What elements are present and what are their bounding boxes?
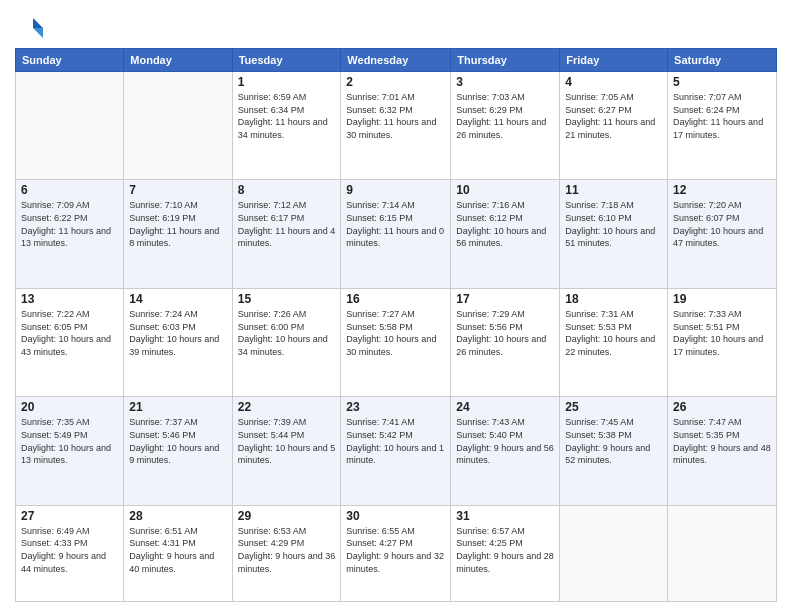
day-info: Sunrise: 7:10 AM Sunset: 6:19 PM Dayligh… bbox=[129, 199, 226, 249]
day-number: 16 bbox=[346, 292, 445, 306]
day-info: Sunrise: 7:39 AM Sunset: 5:44 PM Dayligh… bbox=[238, 416, 336, 466]
calendar-cell: 29Sunrise: 6:53 AM Sunset: 4:29 PM Dayli… bbox=[232, 505, 341, 601]
day-number: 9 bbox=[346, 183, 445, 197]
weekday-header-tuesday: Tuesday bbox=[232, 49, 341, 72]
calendar-cell: 30Sunrise: 6:55 AM Sunset: 4:27 PM Dayli… bbox=[341, 505, 451, 601]
calendar-week-1: 1Sunrise: 6:59 AM Sunset: 6:34 PM Daylig… bbox=[16, 72, 777, 180]
page: SundayMondayTuesdayWednesdayThursdayFrid… bbox=[0, 0, 792, 612]
day-number: 24 bbox=[456, 400, 554, 414]
day-info: Sunrise: 7:09 AM Sunset: 6:22 PM Dayligh… bbox=[21, 199, 118, 249]
weekday-header-wednesday: Wednesday bbox=[341, 49, 451, 72]
calendar-cell: 5Sunrise: 7:07 AM Sunset: 6:24 PM Daylig… bbox=[668, 72, 777, 180]
calendar-cell: 3Sunrise: 7:03 AM Sunset: 6:29 PM Daylig… bbox=[451, 72, 560, 180]
day-info: Sunrise: 6:51 AM Sunset: 4:31 PM Dayligh… bbox=[129, 525, 226, 575]
day-number: 7 bbox=[129, 183, 226, 197]
calendar-cell: 8Sunrise: 7:12 AM Sunset: 6:17 PM Daylig… bbox=[232, 180, 341, 288]
calendar-cell bbox=[668, 505, 777, 601]
day-number: 8 bbox=[238, 183, 336, 197]
calendar-week-3: 13Sunrise: 7:22 AM Sunset: 6:05 PM Dayli… bbox=[16, 288, 777, 396]
day-number: 11 bbox=[565, 183, 662, 197]
calendar-cell: 26Sunrise: 7:47 AM Sunset: 5:35 PM Dayli… bbox=[668, 397, 777, 505]
day-info: Sunrise: 7:14 AM Sunset: 6:15 PM Dayligh… bbox=[346, 199, 445, 249]
day-info: Sunrise: 7:07 AM Sunset: 6:24 PM Dayligh… bbox=[673, 91, 771, 141]
day-number: 14 bbox=[129, 292, 226, 306]
day-info: Sunrise: 6:57 AM Sunset: 4:25 PM Dayligh… bbox=[456, 525, 554, 575]
calendar-cell: 15Sunrise: 7:26 AM Sunset: 6:00 PM Dayli… bbox=[232, 288, 341, 396]
calendar-cell: 22Sunrise: 7:39 AM Sunset: 5:44 PM Dayli… bbox=[232, 397, 341, 505]
day-info: Sunrise: 7:27 AM Sunset: 5:58 PM Dayligh… bbox=[346, 308, 445, 358]
day-number: 2 bbox=[346, 75, 445, 89]
calendar: SundayMondayTuesdayWednesdayThursdayFrid… bbox=[15, 48, 777, 602]
day-info: Sunrise: 7:29 AM Sunset: 5:56 PM Dayligh… bbox=[456, 308, 554, 358]
day-number: 28 bbox=[129, 509, 226, 523]
calendar-cell: 18Sunrise: 7:31 AM Sunset: 5:53 PM Dayli… bbox=[560, 288, 668, 396]
calendar-cell: 25Sunrise: 7:45 AM Sunset: 5:38 PM Dayli… bbox=[560, 397, 668, 505]
weekday-header-monday: Monday bbox=[124, 49, 232, 72]
svg-marker-0 bbox=[33, 18, 43, 28]
day-number: 29 bbox=[238, 509, 336, 523]
day-number: 6 bbox=[21, 183, 118, 197]
calendar-cell: 11Sunrise: 7:18 AM Sunset: 6:10 PM Dayli… bbox=[560, 180, 668, 288]
day-number: 31 bbox=[456, 509, 554, 523]
day-number: 22 bbox=[238, 400, 336, 414]
day-info: Sunrise: 7:03 AM Sunset: 6:29 PM Dayligh… bbox=[456, 91, 554, 141]
day-info: Sunrise: 7:16 AM Sunset: 6:12 PM Dayligh… bbox=[456, 199, 554, 249]
calendar-cell: 12Sunrise: 7:20 AM Sunset: 6:07 PM Dayli… bbox=[668, 180, 777, 288]
weekday-header-thursday: Thursday bbox=[451, 49, 560, 72]
calendar-cell: 1Sunrise: 6:59 AM Sunset: 6:34 PM Daylig… bbox=[232, 72, 341, 180]
day-info: Sunrise: 7:12 AM Sunset: 6:17 PM Dayligh… bbox=[238, 199, 336, 249]
day-info: Sunrise: 6:59 AM Sunset: 6:34 PM Dayligh… bbox=[238, 91, 336, 141]
day-number: 27 bbox=[21, 509, 118, 523]
day-number: 12 bbox=[673, 183, 771, 197]
calendar-cell: 4Sunrise: 7:05 AM Sunset: 6:27 PM Daylig… bbox=[560, 72, 668, 180]
day-number: 10 bbox=[456, 183, 554, 197]
day-info: Sunrise: 7:35 AM Sunset: 5:49 PM Dayligh… bbox=[21, 416, 118, 466]
day-number: 18 bbox=[565, 292, 662, 306]
day-info: Sunrise: 6:49 AM Sunset: 4:33 PM Dayligh… bbox=[21, 525, 118, 575]
calendar-week-4: 20Sunrise: 7:35 AM Sunset: 5:49 PM Dayli… bbox=[16, 397, 777, 505]
day-number: 15 bbox=[238, 292, 336, 306]
weekday-header-saturday: Saturday bbox=[668, 49, 777, 72]
calendar-cell: 17Sunrise: 7:29 AM Sunset: 5:56 PM Dayli… bbox=[451, 288, 560, 396]
calendar-cell: 9Sunrise: 7:14 AM Sunset: 6:15 PM Daylig… bbox=[341, 180, 451, 288]
calendar-cell: 16Sunrise: 7:27 AM Sunset: 5:58 PM Dayli… bbox=[341, 288, 451, 396]
calendar-cell: 27Sunrise: 6:49 AM Sunset: 4:33 PM Dayli… bbox=[16, 505, 124, 601]
calendar-cell: 19Sunrise: 7:33 AM Sunset: 5:51 PM Dayli… bbox=[668, 288, 777, 396]
calendar-cell: 21Sunrise: 7:37 AM Sunset: 5:46 PM Dayli… bbox=[124, 397, 232, 505]
day-number: 19 bbox=[673, 292, 771, 306]
day-info: Sunrise: 7:26 AM Sunset: 6:00 PM Dayligh… bbox=[238, 308, 336, 358]
calendar-cell: 13Sunrise: 7:22 AM Sunset: 6:05 PM Dayli… bbox=[16, 288, 124, 396]
calendar-cell bbox=[16, 72, 124, 180]
day-info: Sunrise: 7:37 AM Sunset: 5:46 PM Dayligh… bbox=[129, 416, 226, 466]
header bbox=[15, 10, 777, 42]
day-info: Sunrise: 7:45 AM Sunset: 5:38 PM Dayligh… bbox=[565, 416, 662, 466]
day-number: 25 bbox=[565, 400, 662, 414]
day-number: 21 bbox=[129, 400, 226, 414]
calendar-cell: 31Sunrise: 6:57 AM Sunset: 4:25 PM Dayli… bbox=[451, 505, 560, 601]
calendar-cell: 7Sunrise: 7:10 AM Sunset: 6:19 PM Daylig… bbox=[124, 180, 232, 288]
day-info: Sunrise: 7:01 AM Sunset: 6:32 PM Dayligh… bbox=[346, 91, 445, 141]
day-info: Sunrise: 7:20 AM Sunset: 6:07 PM Dayligh… bbox=[673, 199, 771, 249]
day-info: Sunrise: 7:47 AM Sunset: 5:35 PM Dayligh… bbox=[673, 416, 771, 466]
day-number: 13 bbox=[21, 292, 118, 306]
day-info: Sunrise: 7:24 AM Sunset: 6:03 PM Dayligh… bbox=[129, 308, 226, 358]
calendar-header-row: SundayMondayTuesdayWednesdayThursdayFrid… bbox=[16, 49, 777, 72]
calendar-cell: 23Sunrise: 7:41 AM Sunset: 5:42 PM Dayli… bbox=[341, 397, 451, 505]
calendar-week-2: 6Sunrise: 7:09 AM Sunset: 6:22 PM Daylig… bbox=[16, 180, 777, 288]
day-number: 17 bbox=[456, 292, 554, 306]
calendar-cell: 2Sunrise: 7:01 AM Sunset: 6:32 PM Daylig… bbox=[341, 72, 451, 180]
calendar-cell: 6Sunrise: 7:09 AM Sunset: 6:22 PM Daylig… bbox=[16, 180, 124, 288]
day-info: Sunrise: 7:22 AM Sunset: 6:05 PM Dayligh… bbox=[21, 308, 118, 358]
calendar-body: 1Sunrise: 6:59 AM Sunset: 6:34 PM Daylig… bbox=[16, 72, 777, 602]
logo bbox=[15, 14, 47, 42]
weekday-header-sunday: Sunday bbox=[16, 49, 124, 72]
day-number: 30 bbox=[346, 509, 445, 523]
day-number: 4 bbox=[565, 75, 662, 89]
day-info: Sunrise: 6:53 AM Sunset: 4:29 PM Dayligh… bbox=[238, 525, 336, 575]
calendar-cell: 14Sunrise: 7:24 AM Sunset: 6:03 PM Dayli… bbox=[124, 288, 232, 396]
calendar-cell: 20Sunrise: 7:35 AM Sunset: 5:49 PM Dayli… bbox=[16, 397, 124, 505]
weekday-header-friday: Friday bbox=[560, 49, 668, 72]
logo-icon bbox=[15, 14, 43, 42]
calendar-cell bbox=[560, 505, 668, 601]
day-number: 26 bbox=[673, 400, 771, 414]
